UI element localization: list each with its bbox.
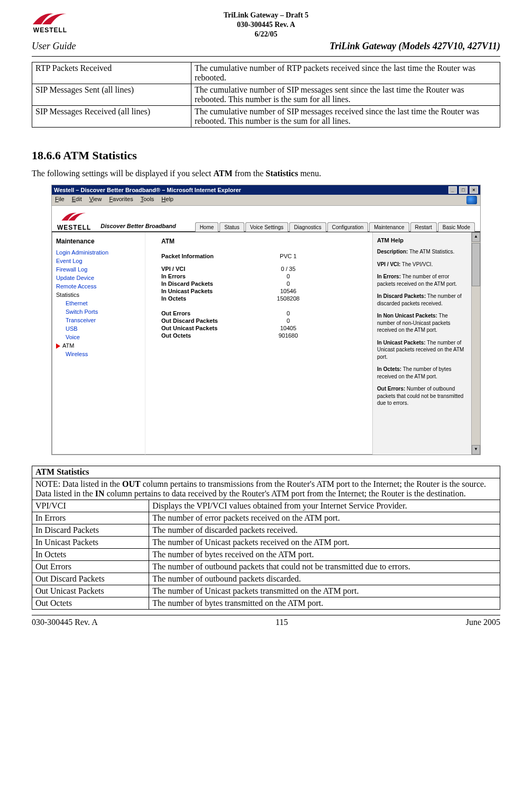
cell-label: SIP Messages Sent (all lines) [32, 84, 191, 105]
tab-diagnostics[interactable]: Diagnostics [289, 222, 326, 232]
help-item: Out Errors: Number of outbound packets t… [377, 385, 467, 407]
stat-label: In Octets [161, 295, 256, 302]
cell-desc: The number of bytes received on the ATM … [149, 548, 500, 560]
main-panel: ATM Packet Information PVC 1 VPI / VCI I… [145, 232, 372, 455]
intro-text: from the [233, 169, 266, 178]
tab-voice-settings[interactable]: Voice Settings [245, 222, 288, 232]
stat-label: In Unicast Packets [161, 287, 256, 295]
menu-file[interactable]: File [55, 196, 65, 204]
help-item: In Discard Packets: The number of discar… [377, 293, 467, 307]
cell-label: VPI/VCI [32, 500, 149, 512]
help-item: In Octets: The number of bytes received … [377, 366, 467, 380]
cell-desc: The number of Unicast packets transmitte… [149, 585, 500, 597]
sidebar-sub-atm-label: ATM [62, 342, 74, 349]
cell-label: In Discard Packets [32, 524, 149, 536]
brand-name: WESTELL [57, 224, 91, 231]
scroll-thumb[interactable] [472, 243, 480, 286]
menu-edit[interactable]: Edit [72, 196, 82, 204]
panel-title: ATM [161, 238, 367, 245]
maximize-icon[interactable]: □ [459, 186, 467, 194]
sidebar-item-remote-access[interactable]: Remote Access [56, 282, 141, 291]
cell-desc: The number of Unicast packets received o… [149, 536, 500, 548]
sidebar-sub-ethernet[interactable]: Ethernet [56, 299, 141, 307]
stat-value: 0 [256, 310, 320, 317]
scroll-down-icon[interactable]: ▼ [472, 445, 480, 455]
help-item-label: Description: [377, 249, 408, 255]
intro-text: menu. [298, 169, 322, 178]
sidebar-sub-transceiver[interactable]: Transceiver [56, 316, 141, 324]
menu-help[interactable]: Help [161, 196, 173, 204]
sidebar-item-login[interactable]: Login Administration [56, 248, 141, 257]
scroll-up-icon[interactable]: ▲ [472, 232, 480, 242]
cell-desc: Displays the VPI/VCI values obtained fro… [149, 500, 500, 512]
browser-menubar: File Edit View Favorites Tools Help [52, 195, 480, 206]
help-item-label: In Errors: [377, 274, 401, 279]
sidebar-sub-wireless[interactable]: Wireless [56, 350, 141, 358]
cell-desc: The cumulative number of SIP messages re… [191, 105, 500, 127]
sidebar-item-firewall-log[interactable]: Firewall Log [56, 265, 141, 274]
note-text: column pertains to data received by the … [105, 489, 466, 498]
tab-configuration[interactable]: Configuration [327, 222, 368, 232]
table-row: Out Discard PacketsThe number of outboun… [32, 573, 500, 585]
help-item-text: The VPI/VCI. [400, 261, 433, 267]
westell-logo: WESTELL [32, 11, 69, 34]
stat-label: Out Discard Packets [161, 317, 256, 324]
minimize-icon[interactable]: _ [448, 186, 457, 194]
atm-statistics-table: ATM Statistics NOTE: Data listed in the … [32, 466, 500, 610]
browser-screenshot: Westell – Discover Better Broadband® – M… [51, 185, 481, 455]
sidebar-item-event-log[interactable]: Event Log [56, 257, 141, 265]
table-row: In Unicast PacketsThe number of Unicast … [32, 536, 500, 548]
cell-label: Out Octets [32, 597, 149, 609]
tab-maintenance[interactable]: Maintenance [369, 222, 409, 232]
stat-value: 0 [256, 280, 320, 287]
scroll-track[interactable] [472, 287, 480, 445]
table-row: In ErrorsThe number of error packets rec… [32, 512, 500, 524]
table-header-row: ATM Statistics [32, 466, 500, 478]
stat-label: In Discard Packets [161, 280, 256, 287]
tab-status[interactable]: Status [219, 222, 244, 232]
tab-restart[interactable]: Restart [410, 222, 437, 232]
table-row: VPI/VCIDisplays the VPI/VCI values obtai… [32, 500, 500, 512]
main-tabs: Home Status Voice Settings Diagnostics C… [195, 222, 475, 232]
intro-bold-statistics: Statistics [265, 169, 298, 178]
cell-desc: The number of outbound packets that coul… [149, 560, 500, 573]
tab-home[interactable]: Home [195, 222, 219, 232]
voip-stats-table: RTP Packets Received The cumulative numb… [32, 62, 500, 128]
menu-tools[interactable]: Tools [141, 196, 154, 204]
sidebar-sub-switch-ports[interactable]: Switch Ports [56, 307, 141, 316]
brand-tagline: Discover Better Broadband [100, 223, 176, 229]
stat-value: 0 / 35 [256, 265, 320, 273]
stat-label: In Errors [161, 273, 256, 280]
note-text: NOTE: Data listed in the [35, 479, 122, 488]
sidebar: Maintenance Login Administration Event L… [52, 232, 145, 455]
menu-view[interactable]: View [89, 196, 102, 204]
out-stats: Out Errors Out Discard Packets Out Unica… [161, 310, 367, 339]
table-row: SIP Messages Received (all lines) The cu… [32, 105, 500, 127]
footer-right: June 2005 [466, 618, 500, 627]
footer-center: 115 [276, 618, 288, 627]
page-header: WESTELL TriLink Gateway – Draft 5 030-30… [32, 11, 500, 52]
stat-value: 10405 [256, 324, 320, 332]
stat-value: 10546 [256, 287, 320, 295]
sidebar-sub-usb[interactable]: USB [56, 324, 141, 333]
menu-favorites[interactable]: Favorites [109, 196, 133, 204]
cell-desc: The number of error packets received on … [149, 512, 500, 524]
stat-label: Out Octets [161, 332, 256, 339]
sidebar-sub-voice[interactable]: Voice [56, 333, 141, 341]
tab-basic-mode[interactable]: Basic Mode [438, 222, 475, 232]
close-icon[interactable]: × [470, 186, 478, 194]
note-bold-in: IN [95, 489, 105, 498]
table-row: RTP Packets Received The cumulative numb… [32, 62, 500, 84]
stat-value: 0 [256, 317, 320, 324]
footer-divider [32, 615, 500, 615]
doc-title-line3: 6/22/05 [32, 30, 500, 39]
help-item: In Unicast Packets: The number of Unicas… [377, 339, 467, 361]
table-row: In OctetsThe number of bytes received on… [32, 548, 500, 560]
sidebar-item-update-device[interactable]: Update Device [56, 274, 141, 282]
help-item: Description: The ATM Statistics. [377, 248, 467, 256]
table-heading: ATM Statistics [32, 466, 500, 478]
scrollbar[interactable]: ▲ ▼ [471, 232, 480, 455]
window-controls: _ □ × [448, 186, 478, 194]
logo-swoosh-icon [61, 209, 87, 224]
page-footer: 030-300445 Rev. A 115 June 2005 [32, 618, 500, 627]
